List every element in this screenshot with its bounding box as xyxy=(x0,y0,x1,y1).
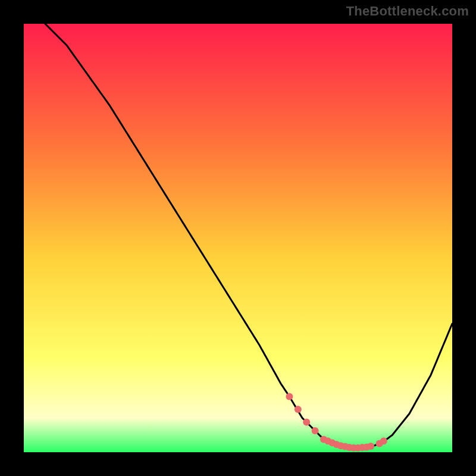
watermark-label: TheBottleneck.com xyxy=(346,4,469,19)
chart-svg xyxy=(24,24,452,452)
trough-marker-dot xyxy=(295,406,302,413)
chart-frame: TheBottleneck.com xyxy=(0,0,476,476)
trough-marker-dot xyxy=(303,419,310,426)
trough-marker-dot xyxy=(312,427,319,434)
trough-marker-dot xyxy=(380,437,387,444)
trough-marker-dot xyxy=(367,443,374,450)
plot-area xyxy=(24,24,452,452)
trough-marker-dot xyxy=(286,393,293,400)
gradient-background xyxy=(24,24,452,452)
